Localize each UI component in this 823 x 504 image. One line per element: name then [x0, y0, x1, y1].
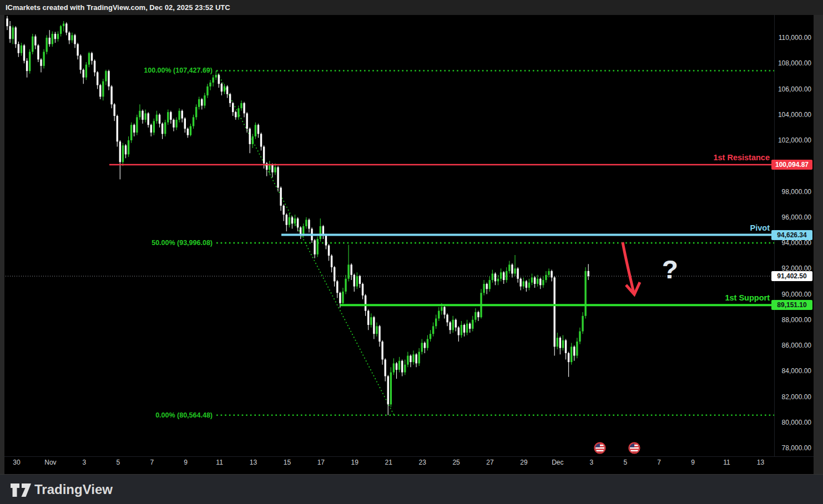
x-axis-tick: 9 — [184, 459, 188, 466]
x-axis-tick: 30 — [13, 459, 20, 466]
event-marker-us-flag-icon[interactable] — [629, 442, 639, 453]
footer-bar: TradingView — [0, 474, 823, 504]
attribution-bar: ICmarkets created with TradingView.com, … — [0, 0, 823, 15]
x-axis-tick: 27 — [486, 459, 493, 466]
x-axis-tick: 7 — [150, 459, 154, 466]
x-axis-tick: 17 — [317, 459, 325, 466]
y-axis-tick: 80,000.00 — [782, 419, 811, 426]
x-axis-tick: 5 — [623, 459, 627, 466]
x-axis-tick: 21 — [385, 459, 392, 466]
x-axis-tick: 5 — [116, 459, 120, 466]
attribution-text: ICmarkets created with TradingView.com, … — [6, 0, 230, 15]
x-axis-tick: 29 — [520, 459, 527, 466]
pivot-label: Pivot — [750, 223, 770, 232]
y-axis-tick: 106,000.00 — [778, 85, 811, 93]
chart-pane[interactable] — [0, 0, 823, 504]
y-axis-tick: 86,000.00 — [782, 342, 811, 349]
x-axis-tick: 9 — [691, 459, 695, 466]
fib-50-label: 50.00% (93,996.08) — [152, 239, 213, 247]
x-axis-tick: Dec — [552, 459, 563, 466]
y-axis-tick: 78,000.00 — [782, 444, 811, 452]
y-axis-tick: 102,000.00 — [778, 136, 811, 144]
x-axis-tick: 15 — [284, 459, 291, 466]
fib-retracement[interactable] — [216, 70, 774, 415]
right-frame — [814, 15, 823, 474]
y-axis-tick: 108,000.00 — [778, 59, 811, 67]
support-label: 1st Support — [725, 293, 770, 302]
y-axis-tick: 110,000.00 — [779, 34, 811, 42]
x-axis-tick: 3 — [589, 459, 593, 466]
tradingview-logo-icon[interactable] — [10, 482, 32, 498]
y-axis-tick: 82,000.00 — [782, 393, 811, 401]
pivot-price-badge: 94,626.34 — [771, 230, 812, 240]
resistance-label: 1st Resistance — [713, 153, 770, 162]
last-price-badge: 91,402.50 — [771, 271, 812, 281]
x-axis-tick: 13 — [757, 459, 764, 466]
y-axis-tick: 84,000.00 — [782, 367, 811, 375]
x-axis-tick: 25 — [452, 459, 460, 466]
x-axis-tick: 19 — [351, 459, 359, 466]
candlestick-series — [6, 16, 589, 415]
y-axis-tick: 88,000.00 — [782, 316, 811, 324]
fib-0-label: 0.00% (80,564.48) — [155, 411, 213, 419]
y-axis-tick: 104,000.00 — [778, 111, 811, 119]
fib-100-label: 100.00% (107,427.69) — [144, 67, 213, 74]
down-arrow-drawing[interactable] — [623, 242, 640, 294]
x-axis-tick: 7 — [657, 459, 661, 466]
x-axis-tick: 23 — [418, 459, 426, 466]
tradingview-logo-text[interactable]: TradingView — [34, 475, 113, 504]
y-axis-tick: 96,000.00 — [782, 213, 811, 221]
x-axis-tick: 13 — [250, 459, 257, 466]
y-axis-tick: 94,000.00 — [782, 239, 811, 247]
y-axis-tick: 90,000.00 — [782, 291, 811, 298]
support-price-badge: 89,151.10 — [771, 300, 812, 310]
x-axis-tick: 3 — [83, 459, 87, 466]
x-axis-tick: 11 — [723, 459, 730, 466]
y-axis-tick: 98,000.00 — [782, 188, 811, 196]
event-marker-us-flag-icon[interactable] — [594, 442, 605, 453]
left-frame — [0, 15, 4, 474]
resistance-price-badge: 100,094.87 — [771, 160, 812, 170]
question-mark-drawing[interactable]: ? — [662, 254, 678, 284]
x-axis-tick: 11 — [216, 459, 223, 466]
x-axis-tick: Nov — [44, 459, 56, 466]
